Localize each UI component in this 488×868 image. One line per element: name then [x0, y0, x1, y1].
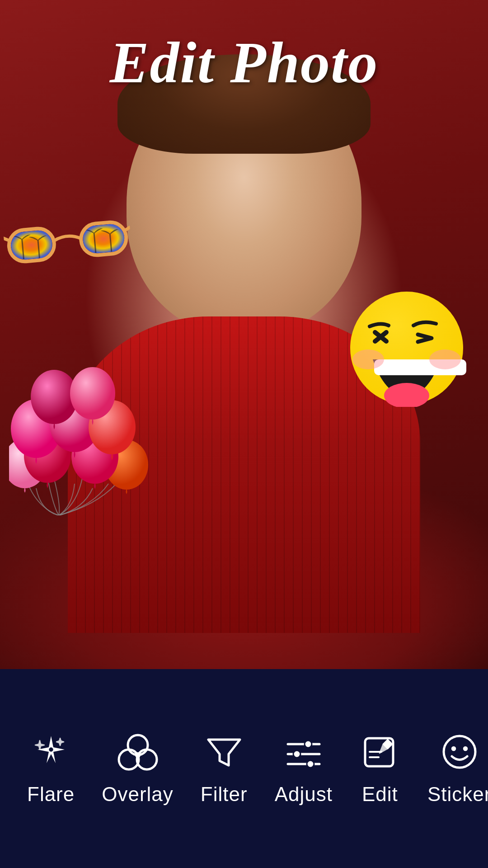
edit-icon	[360, 731, 400, 772]
filter-icon	[204, 731, 244, 772]
svg-point-20	[70, 367, 115, 420]
flare-tool[interactable]: Flare	[14, 722, 88, 815]
adjust-label: Adjust	[275, 783, 333, 806]
adjust-tool[interactable]: Adjust	[261, 722, 346, 815]
page-title: Edit Photo	[0, 28, 488, 96]
svg-point-30	[137, 750, 157, 769]
svg-point-27	[48, 747, 54, 752]
toolbar: Flare Overlay F	[0, 669, 488, 868]
overlay-icon	[117, 731, 158, 772]
svg-point-26	[429, 349, 461, 369]
svg-point-25	[352, 349, 384, 369]
sticker-label: Sticker	[427, 783, 488, 806]
sunglasses-sticker[interactable]	[2, 203, 134, 286]
sticker-tool[interactable]: Sticker	[414, 722, 488, 815]
svg-point-33	[305, 741, 312, 748]
svg-point-42	[452, 747, 455, 750]
sticker-icon	[439, 731, 480, 772]
svg-point-29	[119, 750, 139, 769]
flare-label: Flare	[27, 783, 75, 806]
svg-point-31	[136, 753, 140, 757]
svg-point-28	[128, 735, 148, 755]
filter-label: Filter	[201, 783, 248, 806]
edit-tool[interactable]: Edit	[346, 722, 414, 815]
adjust-icon	[283, 731, 324, 772]
balloons-sticker[interactable]	[9, 344, 163, 515]
svg-point-37	[307, 760, 314, 768]
overlay-tool[interactable]: Overlay	[88, 722, 187, 815]
svg-point-35	[293, 750, 300, 758]
edit-label: Edit	[362, 783, 398, 806]
overlay-label: Overlay	[102, 783, 174, 806]
app: Edit Photo	[0, 0, 488, 868]
emoji-sticker[interactable]	[343, 289, 470, 407]
flare-icon	[31, 731, 71, 772]
svg-point-43	[464, 747, 467, 750]
photo-area: Edit Photo	[0, 0, 488, 669]
filter-tool[interactable]: Filter	[187, 722, 261, 815]
svg-point-41	[444, 736, 475, 768]
